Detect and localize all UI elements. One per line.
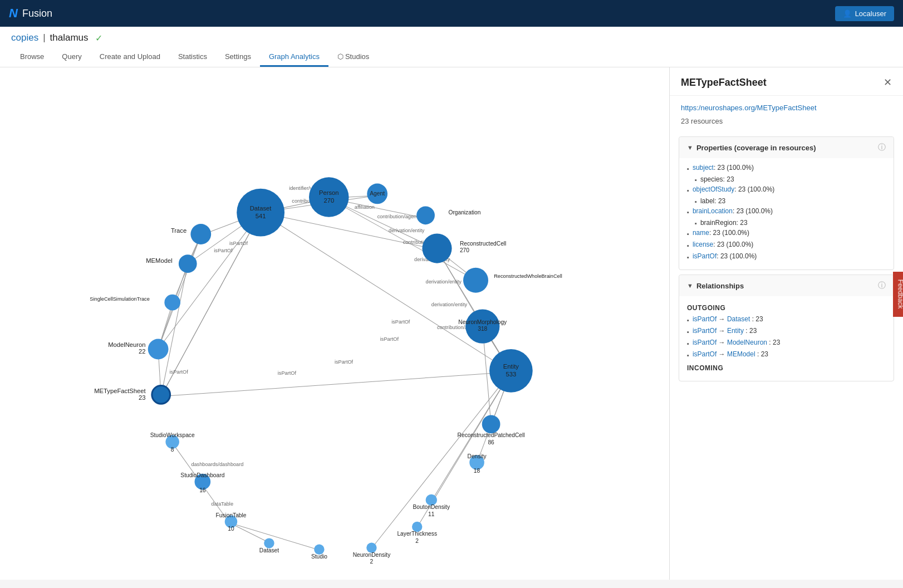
prop-objectofstudy-link[interactable]: objectOfStudy — [693, 185, 734, 193]
node-neuron-morphology-label: NeuronMorphology — [458, 319, 507, 325]
rel-ispartof-entity: ▪ isPartOf → Entity : 23 — [687, 327, 886, 335]
tab-settings[interactable]: Settings — [216, 48, 260, 67]
relationships-section-body: OUTGOING ▪ isPartOf → Dataset : 23 ▪ isP… — [679, 296, 894, 381]
svg-line-21 — [161, 372, 511, 396]
node-reconstructed-patched-count: 86 — [488, 439, 494, 445]
node-reconstructed-patched[interactable] — [482, 415, 500, 434]
node-memodel[interactable] — [179, 254, 197, 273]
relationships-chevron-icon: ▼ — [687, 282, 693, 289]
studios-icon: ⬡ — [337, 52, 343, 61]
node-reconstructed-whole[interactable] — [463, 268, 488, 293]
app-name: Fusion — [22, 8, 52, 19]
title-bar: copies | thalamus ✓ Browse Query Create … — [0, 27, 903, 67]
svg-line-25 — [158, 236, 201, 349]
svg-text:derivation/entity: derivation/entity — [426, 279, 462, 285]
side-panel-title: METypeFactSheet — [681, 77, 767, 89]
rel-ispartof-link-3[interactable]: isPartOf — [693, 339, 716, 346]
node-studio-workspace-count: 8 — [171, 447, 174, 453]
node-metype-label: METypeFactSheet — [94, 388, 146, 394]
nexus-logo: N — [9, 6, 18, 21]
node-neuron-density-label: NeuronDensity — [353, 552, 391, 558]
relationships-section-header[interactable]: ▼ Relationships ⓘ — [679, 275, 894, 296]
prop-subject-link[interactable]: subject — [693, 164, 714, 171]
node-metype-count: 23 — [139, 394, 146, 401]
prop-name-link[interactable]: name — [693, 229, 709, 237]
node-density-label: Density — [468, 453, 487, 459]
rel-modelneuron-link[interactable]: ModelNeuron — [727, 339, 767, 346]
node-single-cell-trace-label: SingleCellSimulationTrace — [90, 296, 149, 302]
tab-browse[interactable]: Browse — [11, 48, 53, 67]
node-studio-workspace-label: StudioWorkspace — [150, 432, 195, 438]
properties-section: ▼ Properties (coverage in resources) ⓘ ▪… — [679, 136, 894, 270]
node-organization[interactable] — [416, 206, 435, 224]
node-bouton-density-label: BoutonDensity — [413, 504, 450, 510]
top-navigation: N Fusion 👤 Localuser — [0, 0, 903, 27]
rel-ispartof-memodel: ▪ isPartOf → MEModel : 23 — [687, 350, 886, 359]
node-single-cell-trace[interactable] — [164, 295, 180, 311]
rel-ispartof-link-1[interactable]: isPartOf — [693, 315, 716, 323]
prop-is-part-of: ▪ isPartOf: 23 (100.0%) — [687, 252, 886, 261]
svg-text:isPartOf: isPartOf — [214, 248, 233, 253]
breadcrumb-copies[interactable]: copies — [11, 32, 38, 43]
relationships-section: ▼ Relationships ⓘ OUTGOING ▪ isPartOf → … — [679, 275, 894, 381]
user-button[interactable]: 👤 Localuser — [835, 6, 894, 21]
breadcrumb-separator: | — [43, 32, 45, 43]
node-model-neuron[interactable] — [148, 339, 169, 360]
svg-text:derivation/entity: derivation/entity — [389, 228, 425, 233]
prop-brainlocation-link[interactable]: brainLocation — [693, 207, 733, 215]
node-fusion-table-count: 10 — [228, 526, 234, 532]
svg-line-20 — [371, 372, 511, 548]
svg-text:derivation/entity: derivation/entity — [431, 302, 468, 307]
node-reconstructed-cell-label: ReconstructedCell — [460, 241, 506, 247]
node-reconstructed-cell[interactable] — [422, 233, 452, 263]
feedback-tab[interactable]: Feedback — [894, 272, 903, 317]
panel-url-container: https:/neuroshapes.org/METypeFactSheet — [670, 96, 903, 115]
close-button[interactable]: ✕ — [884, 76, 892, 89]
node-organization-label: Organization — [448, 209, 480, 215]
prop-license-link[interactable]: license — [693, 241, 713, 248]
user-icon: 👤 — [843, 9, 852, 18]
graph-svg: contribution/agent identifier/value isPa… — [0, 67, 669, 580]
svg-text:isPartOf: isPartOf — [170, 369, 189, 375]
prop-license: ▪ license: 23 (100.0%) — [687, 241, 886, 249]
node-trace[interactable] — [190, 224, 211, 244]
nav-brand: N Fusion — [9, 6, 52, 21]
svg-text:isPartOf: isPartOf — [380, 336, 399, 342]
rel-ispartof-link-2[interactable]: isPartOf — [693, 327, 716, 335]
info-icon[interactable]: ⓘ — [878, 143, 886, 153]
node-reconstructed-patched-label: ReconstructedPatchedCell — [458, 432, 525, 438]
node-reconstructed-whole-label: ReconstructedWholeBrainCell — [494, 273, 562, 279]
tab-graph-analytics[interactable]: Graph Analytics — [260, 48, 328, 67]
tab-statistics[interactable]: Statistics — [169, 48, 216, 67]
user-label: Localuser — [855, 9, 886, 18]
relationships-info-icon[interactable]: ⓘ — [878, 281, 886, 291]
rel-dataset-link[interactable]: Dataset — [727, 315, 750, 323]
rel-ispartof-link-4[interactable]: isPartOf — [693, 350, 716, 358]
prop-object-of-study: ▪ objectOfStudy: 23 (100.0%) — [687, 185, 886, 194]
panel-url-link[interactable]: https:/neuroshapes.org/METypeFactSheet — [681, 104, 817, 112]
tab-create-upload[interactable]: Create and Upload — [91, 48, 169, 67]
graph-area[interactable]: contribution/agent identifier/value isPa… — [0, 67, 669, 580]
main-content: contribution/agent identifier/value isPa… — [0, 67, 903, 580]
node-person-label: Person — [319, 189, 339, 196]
properties-section-header[interactable]: ▼ Properties (coverage in resources) ⓘ — [679, 137, 894, 158]
svg-line-35 — [229, 523, 320, 550]
tab-query[interactable]: Query — [53, 48, 90, 67]
svg-text:dataTable: dataTable — [211, 501, 233, 507]
prop-brain-region: ▪ brainRegion: 23 — [695, 219, 886, 227]
rel-entity-link[interactable]: Entity — [727, 327, 744, 335]
node-metype-factsheet[interactable] — [152, 385, 170, 404]
node-layer-thickness-label: LayerThickness — [397, 531, 437, 537]
node-neuron-density-count: 2 — [370, 558, 374, 565]
tabs-row: Browse Query Create and Upload Statistic… — [11, 48, 892, 67]
node-dataset-label: Dataset — [250, 205, 272, 212]
rel-memodel-link[interactable]: MEModel — [727, 350, 755, 358]
side-panel: METypeFactSheet ✕ https:/neuroshapes.org… — [669, 67, 903, 580]
node-model-neuron-label: ModelNeuron — [108, 341, 145, 348]
panel-resource-count: 23 resources — [670, 115, 903, 132]
prop-name: ▪ name: 23 (100.0%) — [687, 229, 886, 237]
tab-studios[interactable]: ⬡Studios — [328, 48, 378, 67]
node-dataset-small-label: Dataset — [259, 547, 279, 553]
node-neuron-morphology-count: 318 — [478, 326, 487, 332]
prop-ispartof-link[interactable]: isPartOf — [693, 252, 716, 260]
